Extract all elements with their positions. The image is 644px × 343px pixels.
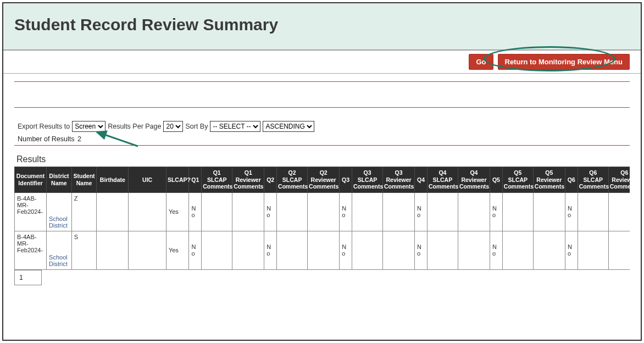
cell-q4sc: [427, 231, 458, 269]
cell-q6: No: [565, 231, 578, 269]
table-head: Document Identifier District Name Studen…: [15, 167, 630, 193]
cell-q4rc: [458, 192, 490, 231]
divider: [14, 107, 630, 108]
cell-q5rc: [533, 231, 565, 269]
go-button[interactable]: Go: [469, 54, 493, 70]
cell-q3rc: [383, 231, 415, 269]
col-header: Student Name: [71, 167, 97, 193]
body-area: Export Results to Screen Results Per Pag…: [3, 74, 641, 285]
cell-uic: [129, 192, 166, 231]
cell-district: School District: [47, 192, 72, 231]
table-row: B-4AB-MR-Feb2024- School District S Yes …: [15, 231, 630, 269]
results-table: Document Identifier District Name Studen…: [14, 167, 630, 270]
cell-q3sc: [352, 231, 383, 269]
per-page-label: Results Per Page: [108, 123, 161, 130]
cell-q1rc: [232, 192, 264, 231]
sort-by-label: Sort By: [185, 123, 208, 130]
cell-q5rc: [533, 192, 565, 231]
cell-q4: No: [415, 192, 428, 231]
cell-q6rc: [608, 231, 630, 269]
cell-birthdate: [97, 192, 129, 231]
cell-q5: No: [490, 231, 503, 269]
cell-q2sc: [277, 192, 308, 231]
cell-q1: No: [189, 231, 202, 269]
sort-by-select[interactable]: -- SELECT --: [210, 121, 260, 132]
col-header: SLCAP?: [166, 167, 188, 193]
cell-q2: No: [264, 192, 277, 231]
num-results-value: 2: [77, 135, 81, 143]
col-header: Q4 Reviewer Comments: [458, 167, 490, 193]
cell-q3rc: [383, 192, 415, 231]
cell-q4rc: [458, 231, 490, 269]
action-bar: Go Return to Monitoring Review Menu: [3, 50, 641, 74]
cell-q6rc: [608, 192, 630, 231]
cell-doc: B-4AB-MR-Feb2024-: [15, 192, 47, 231]
col-header: Q5 Reviewer Comments: [533, 167, 565, 193]
cell-student: S: [71, 231, 97, 269]
col-header: Q1 SLCAP Comments: [202, 167, 232, 193]
divider: [14, 145, 630, 146]
col-header: Q5: [490, 167, 503, 193]
col-header: Q4 SLCAP Comments: [427, 167, 458, 193]
app-frame: Student Record Review Summary Go Return …: [2, 2, 642, 341]
results-table-wrap: Document Identifier District Name Studen…: [14, 167, 630, 285]
per-page-select[interactable]: 20: [163, 121, 183, 132]
sort-dir-select[interactable]: ASCENDING: [263, 121, 314, 132]
num-results: Number of Results 2: [14, 134, 630, 145]
col-header: Q3: [340, 167, 352, 193]
cell-birthdate: [97, 231, 129, 269]
col-header: Q2 Reviewer Comments: [308, 167, 340, 193]
pager-page[interactable]: 1: [14, 270, 42, 285]
cell-q6: No: [565, 192, 578, 231]
return-to-menu-button[interactable]: Return to Monitoring Review Menu: [498, 54, 630, 70]
cell-q1rc: [232, 231, 264, 269]
col-header: Q6 SLCAP Comments: [578, 167, 608, 193]
cell-q5: No: [490, 192, 503, 231]
col-header: Q1: [189, 167, 202, 193]
col-header: Q6: [565, 167, 578, 193]
export-select[interactable]: Screen: [72, 121, 106, 132]
col-header: Q5 SLCAP Comments: [502, 167, 533, 193]
results-heading: Results: [16, 154, 630, 164]
cell-q6sc: [578, 231, 608, 269]
cell-q3: No: [340, 192, 352, 231]
col-header: Q1 Reviewer Comments: [232, 167, 264, 193]
cell-uic: [129, 231, 166, 269]
cell-q1sc: [202, 192, 232, 231]
cell-q2sc: [277, 231, 308, 269]
col-header: Q3 Reviewer Comments: [383, 167, 415, 193]
col-header: Q6 Reviewer Comments: [608, 167, 630, 193]
table-row: B-4AB-MR-Feb2024- School District Z Yes …: [15, 192, 630, 231]
page-header: Student Record Review Summary: [3, 3, 641, 50]
cell-q3: No: [340, 231, 352, 269]
cell-q4sc: [427, 192, 458, 231]
cell-q4: No: [415, 231, 428, 269]
col-header: UIC: [129, 167, 166, 193]
col-header: Q2: [264, 167, 277, 193]
cell-q5sc: [502, 192, 533, 231]
col-header: Document Identifier: [15, 167, 47, 193]
col-header: District Name: [47, 167, 72, 193]
col-header: Q2 SLCAP Comments: [277, 167, 308, 193]
cell-q3sc: [352, 192, 383, 231]
col-header: Q4: [415, 167, 428, 193]
col-header: Q3 SLCAP Comments: [352, 167, 383, 193]
cell-q2rc: [308, 231, 340, 269]
cell-q1sc: [202, 231, 232, 269]
num-results-label: Number of Results: [18, 135, 75, 143]
page-title: Student Record Review Summary: [14, 15, 630, 34]
controls-row: Export Results to Screen Results Per Pag…: [14, 118, 630, 134]
cell-q2: No: [264, 231, 277, 269]
cell-doc: B-4AB-MR-Feb2024-: [15, 231, 47, 269]
cell-q1: No: [189, 192, 202, 231]
cell-student: Z: [71, 192, 97, 231]
export-label: Export Results to: [18, 123, 70, 130]
col-header: Birthdate: [97, 167, 129, 193]
cell-district: School District: [47, 231, 72, 269]
cell-slcap: Yes: [166, 231, 188, 269]
cell-q6sc: [578, 192, 608, 231]
cell-q2rc: [308, 192, 340, 231]
cell-slcap: Yes: [166, 192, 188, 231]
cell-q5sc: [502, 231, 533, 269]
